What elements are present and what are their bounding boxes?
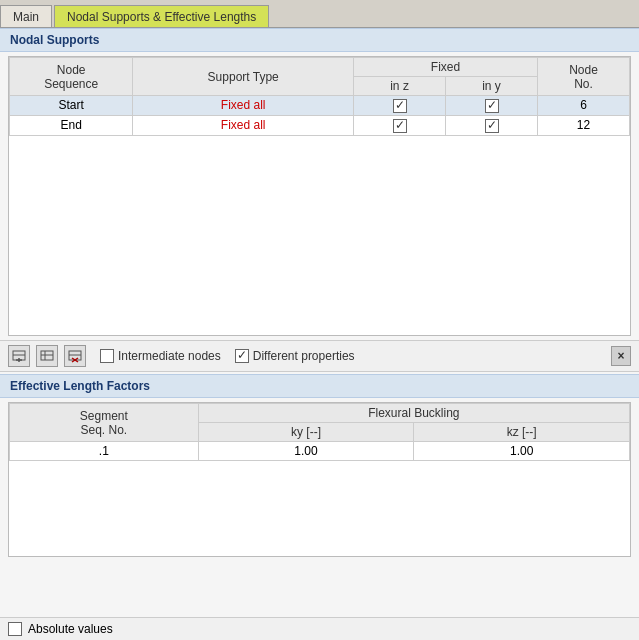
elf-header: Effective Length Factors — [0, 374, 639, 398]
nodal-supports-table: NodeSequence Support Type Fixed NodeNo. … — [9, 57, 630, 136]
col-header-node-no: NodeNo. — [538, 58, 630, 96]
cell-support-type-start: Fixed all — [133, 96, 354, 116]
nodal-supports-container: NodeSequence Support Type Fixed NodeNo. … — [8, 56, 631, 336]
checkbox-intermediate-nodes[interactable] — [100, 349, 114, 363]
add-row-icon — [12, 349, 26, 363]
cell-fixed-y-start — [446, 96, 538, 116]
tab-nodal[interactable]: Nodal Supports & Effective Lengths — [54, 5, 269, 27]
checkbox-different-properties[interactable] — [235, 349, 249, 363]
cell-node-seq-end: End — [10, 115, 133, 135]
col-header-flexural: Flexural Buckling — [198, 404, 629, 423]
cell-kz-1: 1.00 — [414, 442, 630, 461]
col-header-kz: kz [--] — [414, 423, 630, 442]
cell-fixed-z-start — [354, 96, 446, 116]
toolbar-row: Intermediate nodes Different properties … — [0, 340, 639, 372]
col-header-support-type: Support Type — [133, 58, 354, 96]
nodal-supports-header: Nodal Supports — [0, 28, 639, 52]
col-header-fixed: Fixed — [354, 58, 538, 77]
cell-seg-seq-1: .1 — [10, 442, 199, 461]
cell-node-seq-start: Start — [10, 96, 133, 116]
cell-node-no-end: 12 — [538, 115, 630, 135]
different-properties-label: Different properties — [235, 349, 355, 363]
cell-fixed-z-end — [354, 115, 446, 135]
cell-fixed-y-end — [446, 115, 538, 135]
table-row: .1 1.00 1.00 — [10, 442, 630, 461]
cell-node-no-start: 6 — [538, 96, 630, 116]
elf-table: SegmentSeq. No. Flexural Buckling ky [--… — [9, 403, 630, 461]
elf-container: SegmentSeq. No. Flexural Buckling ky [--… — [8, 402, 631, 557]
col-header-fixed-z: in z — [354, 77, 446, 96]
col-header-seg-seq: SegmentSeq. No. — [10, 404, 199, 442]
checkbox-fixed-z-end[interactable] — [393, 119, 407, 133]
col-header-fixed-y: in y — [446, 77, 538, 96]
checkbox-fixed-y-start[interactable] — [485, 99, 499, 113]
tab-main[interactable]: Main — [0, 5, 52, 27]
close-button[interactable]: × — [611, 346, 631, 366]
checkbox-absolute-values[interactable] — [8, 622, 22, 636]
edit-icon — [40, 349, 54, 363]
cell-support-type-end: Fixed all — [133, 115, 354, 135]
main-content: Nodal Supports NodeSequence Support Type… — [0, 28, 639, 640]
col-header-ky: ky [--] — [198, 423, 414, 442]
toolbar-btn-3[interactable] — [64, 345, 86, 367]
col-header-node-seq: NodeSequence — [10, 58, 133, 96]
table-row: End Fixed all 12 — [10, 115, 630, 135]
table-row: Start Fixed all 6 — [10, 96, 630, 116]
tab-bar: Main Nodal Supports & Effective Lengths — [0, 0, 639, 28]
toolbar-btn-2[interactable] — [36, 345, 58, 367]
delete-icon — [68, 349, 82, 363]
checkbox-fixed-z-start[interactable] — [393, 99, 407, 113]
toolbar-btn-1[interactable] — [8, 345, 30, 367]
cell-ky-1: 1.00 — [198, 442, 414, 461]
intermediate-nodes-label: Intermediate nodes — [100, 349, 221, 363]
checkbox-fixed-y-end[interactable] — [485, 119, 499, 133]
bottom-bar: Absolute values — [0, 617, 639, 640]
